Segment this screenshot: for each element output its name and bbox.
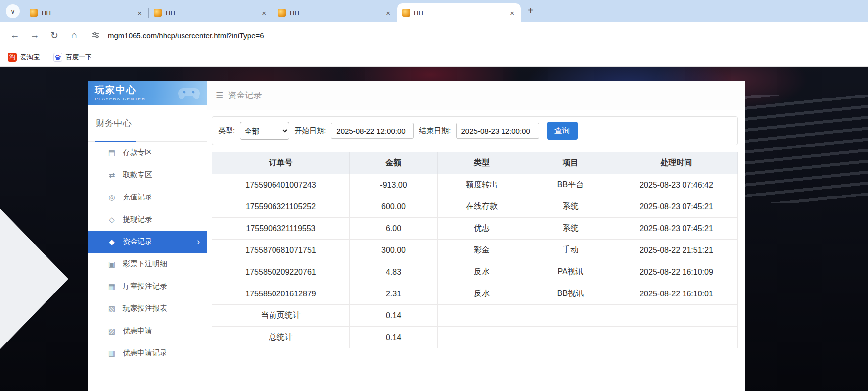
- tab-search-button[interactable]: ∨: [6, 4, 20, 18]
- sidebar-item-label: 玩家投注报表: [123, 304, 167, 313]
- chevron-down-icon: ∨: [10, 8, 15, 15]
- cell-type: 额度转出: [438, 174, 526, 196]
- page-title: 资金记录: [228, 90, 262, 101]
- type-label: 类型:: [218, 126, 235, 136]
- home-button[interactable]: ⌂: [65, 26, 83, 44]
- sidebar-item-hall-bet-record[interactable]: ▦ 厅室投注记录: [88, 275, 207, 297]
- sidebar-item-player-bet-report[interactable]: ▧ 玩家投注报表: [88, 297, 207, 320]
- cell-order-no: 1755906401007243: [212, 174, 350, 196]
- background-triangle: [0, 208, 68, 349]
- player-center-panel: 玩家中心 PLAYERS CENTER 财务中心 ▤: [88, 81, 737, 391]
- menu-icon: ☰: [216, 90, 223, 100]
- promo-apply-icon: ▨: [107, 327, 117, 336]
- col-header-type: 类型: [438, 152, 526, 174]
- finance-center-section: 财务中心: [88, 105, 207, 142]
- main-body: 类型: 全部 开始日期: 结束日期: 查询: [207, 110, 745, 348]
- cell-type: 彩金: [438, 240, 526, 261]
- site-favicon: [30, 9, 38, 17]
- bookmark-taobao[interactable]: 淘 爱淘宝: [8, 53, 40, 62]
- chevron-right-icon: ›: [197, 237, 200, 247]
- back-button[interactable]: ←: [6, 26, 24, 44]
- sidebar-item-lottery-detail[interactable]: ▣ 彩票下注明细: [88, 253, 207, 275]
- forward-icon: →: [30, 30, 40, 41]
- cell-item: BB视讯: [526, 283, 615, 305]
- sidebar-item-label: 资金记录: [123, 237, 152, 246]
- navigation-bar: ← → ↻ ⌂ mgm1065.com/hhcp/usercenter.html…: [0, 22, 868, 48]
- query-button[interactable]: 查询: [547, 122, 578, 140]
- table-row: 1755906401007243 -913.00 额度转出 BB平台 2025-…: [212, 174, 738, 196]
- cell-time: 2025-08-23 07:45:21: [615, 196, 738, 218]
- bookmark-label: 爱淘宝: [20, 53, 40, 62]
- cell-label: 总统计: [212, 327, 350, 348]
- tab-close-icon[interactable]: ×: [136, 9, 143, 17]
- home-icon: ⌂: [71, 30, 77, 41]
- promo-record-icon: ▥: [107, 349, 117, 358]
- reload-button[interactable]: ↻: [46, 26, 63, 44]
- cell-amount: 300.00: [350, 240, 438, 261]
- tab-close-icon[interactable]: ×: [384, 9, 392, 17]
- cell-item: 系统: [526, 196, 615, 218]
- new-tab-button[interactable]: +: [528, 5, 534, 16]
- main-area: ☰ 资金记录 类型: 全部 开始日期: 结束日期: 查询: [207, 81, 745, 391]
- cell-empty: [438, 327, 526, 348]
- tab-title: HH: [414, 9, 504, 17]
- browser-tab[interactable]: HH ×: [273, 3, 397, 22]
- start-date-input[interactable]: [331, 123, 414, 139]
- taobao-icon: 淘: [8, 53, 17, 62]
- cell-item: 系统: [526, 218, 615, 240]
- bookmarks-bar: 淘 爱淘宝 百度一下: [0, 48, 868, 67]
- player-bet-report-icon: ▧: [107, 304, 117, 313]
- cell-type: 反水: [438, 261, 526, 283]
- start-date-label: 开始日期:: [294, 126, 326, 136]
- gamepad-icon: [177, 85, 201, 103]
- background-streaks: [737, 95, 868, 203]
- cashout-record-icon: ◇: [107, 215, 117, 224]
- table-row: 1755850201612879 2.31 反水 BB视讯 2025-08-22…: [212, 283, 738, 305]
- end-date-input[interactable]: [456, 123, 539, 139]
- browser-tab-active[interactable]: HH ×: [397, 3, 521, 22]
- cell-order-no: 1755850209220761: [212, 261, 350, 283]
- cell-order-no: 1755906321105252: [212, 196, 350, 218]
- tab-close-icon[interactable]: ×: [508, 9, 516, 17]
- table-row: 1755850209220761 4.83 反水 PA视讯 2025-08-22…: [212, 261, 738, 283]
- sidebar-item-withdraw-zone[interactable]: ⇄ 取款专区: [88, 164, 207, 186]
- sidebar-item-label: 厅室投注记录: [123, 282, 167, 291]
- browser-tab[interactable]: HH ×: [25, 3, 148, 22]
- sidebar-item-cashout-record[interactable]: ◇ 提现记录: [88, 208, 207, 231]
- cell-empty: [615, 305, 738, 327]
- table-row-grand-total: 总统计 0.14: [212, 327, 738, 348]
- sidebar-item-recharge-record[interactable]: ◎ 充值记录: [88, 186, 207, 208]
- site-favicon: [278, 9, 286, 17]
- sidebar: 玩家中心 PLAYERS CENTER 财务中心 ▤: [88, 81, 207, 391]
- sidebar-item-funds-record[interactable]: ◆ 资金记录 ›: [88, 231, 207, 253]
- cell-item: PA视讯: [526, 261, 615, 283]
- sidebar-item-promo-apply[interactable]: ▨ 优惠申请: [88, 320, 207, 342]
- cell-type: 反水: [438, 283, 526, 305]
- sidebar-item-label: 提现记录: [123, 215, 152, 224]
- url-text[interactable]: mgm1065.com/hhcp/usercenter.html?iniType…: [108, 31, 264, 40]
- col-header-time: 处理时间: [615, 152, 738, 174]
- browser-window: ∨ HH × HH × HH × HH × + ←: [0, 0, 868, 391]
- section-title: 财务中心: [96, 118, 132, 128]
- page-header: ☰ 资金记录: [207, 81, 745, 110]
- funds-record-icon: ◆: [107, 238, 117, 246]
- col-header-amount: 金额: [350, 152, 438, 174]
- address-bar[interactable]: mgm1065.com/hhcp/usercenter.html?iniType…: [89, 28, 264, 42]
- cell-amount: -913.00: [350, 174, 438, 196]
- back-icon: ←: [10, 30, 20, 41]
- forward-button[interactable]: →: [26, 26, 44, 44]
- sidebar-item-promo-record[interactable]: ▥ 优惠申请记录: [88, 342, 207, 364]
- browser-tab[interactable]: HH ×: [149, 3, 273, 22]
- sidebar-item-deposit-zone[interactable]: ▤ 存款专区: [88, 142, 207, 164]
- type-select[interactable]: 全部: [240, 122, 289, 140]
- web-page: 玩家中心 PLAYERS CENTER 财务中心 ▤: [0, 67, 868, 391]
- bookmark-baidu[interactable]: 百度一下: [53, 53, 91, 62]
- cell-order-no: 1755870681071751: [212, 240, 350, 261]
- table-row-page-total: 当前页统计 0.14: [212, 305, 738, 327]
- site-settings-icon[interactable]: [89, 28, 103, 42]
- table-row: 1755906321105252 600.00 在线存款 系统 2025-08-…: [212, 196, 738, 218]
- cell-item: BB平台: [526, 174, 615, 196]
- tab-close-icon[interactable]: ×: [260, 9, 268, 17]
- cell-amount: 2.31: [350, 283, 438, 305]
- col-header-item: 项目: [526, 152, 615, 174]
